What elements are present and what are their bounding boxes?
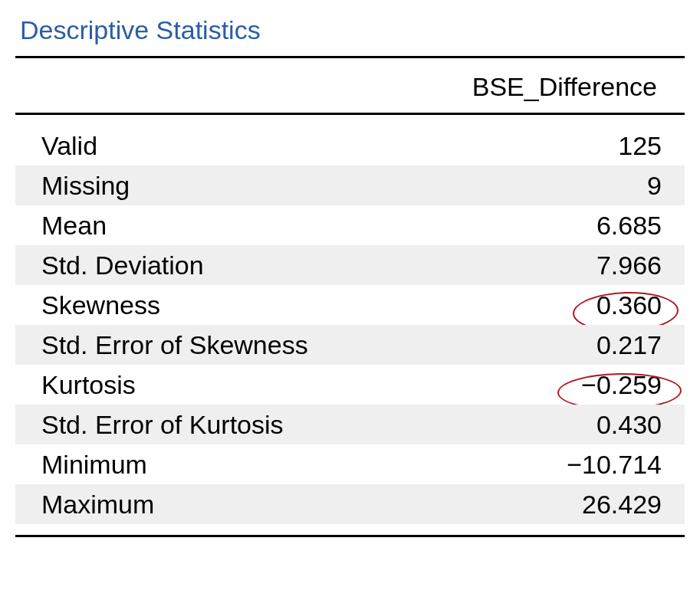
row-missing: Missing 9 bbox=[15, 166, 685, 205]
column-header: BSE_Difference bbox=[396, 72, 680, 102]
stat-label: Skewness bbox=[15, 290, 401, 320]
stat-label: Std. Error of Skewness bbox=[15, 330, 401, 360]
stat-value: −10.714 bbox=[401, 450, 685, 480]
row-skewness: Skewness 0.360 bbox=[15, 285, 685, 325]
row-se-skewness: Std. Error of Skewness 0.217 bbox=[15, 325, 685, 365]
row-valid: Valid 125 bbox=[15, 126, 685, 166]
row-mean: Mean 6.685 bbox=[15, 205, 685, 245]
stat-value: 26.429 bbox=[401, 490, 685, 520]
stat-label: Minimum bbox=[15, 450, 401, 480]
stat-value: 9 bbox=[401, 171, 685, 201]
stat-label: Valid bbox=[15, 131, 401, 161]
stat-value-text: −0.259 bbox=[581, 370, 662, 399]
stat-value: 125 bbox=[401, 131, 685, 161]
row-minimum: Minimum −10.714 bbox=[15, 444, 685, 484]
row-std-deviation: Std. Deviation 7.966 bbox=[15, 245, 685, 285]
stat-value: 0.217 bbox=[401, 330, 685, 360]
stat-label: Kurtosis bbox=[15, 370, 401, 400]
header-blank bbox=[20, 72, 396, 102]
table-title: Descriptive Statistics bbox=[15, 15, 685, 45]
stat-value: −0.259 bbox=[401, 370, 685, 400]
stat-label: Missing bbox=[15, 171, 401, 201]
row-kurtosis: Kurtosis −0.259 bbox=[15, 365, 685, 405]
stat-label: Mean bbox=[15, 211, 401, 241]
descriptives-table: BSE_Difference Valid 125 Missing 9 Mean … bbox=[15, 56, 685, 537]
stat-value: 6.685 bbox=[401, 211, 685, 241]
stat-label: Maximum bbox=[15, 490, 401, 520]
row-se-kurtosis: Std. Error of Kurtosis 0.430 bbox=[15, 405, 685, 444]
stat-value: 0.430 bbox=[401, 410, 685, 440]
stat-value: 0.360 bbox=[401, 290, 685, 320]
data-body: Valid 125 Missing 9 Mean 6.685 Std. Devi… bbox=[15, 115, 685, 537]
row-maximum: Maximum 26.429 bbox=[15, 484, 685, 524]
stat-value: 7.966 bbox=[401, 251, 685, 280]
stat-label: Std. Deviation bbox=[15, 251, 401, 280]
column-header-row: BSE_Difference bbox=[15, 58, 685, 115]
stat-value-text: 0.360 bbox=[596, 290, 662, 320]
stat-label: Std. Error of Kurtosis bbox=[15, 410, 401, 440]
